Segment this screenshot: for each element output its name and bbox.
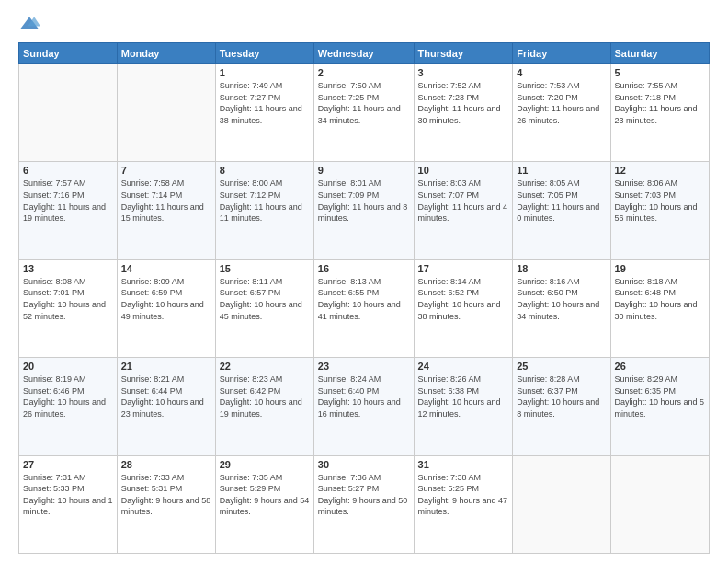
calendar-day-cell: 22Sunrise: 8:23 AMSunset: 6:42 PMDayligh… (215, 358, 313, 455)
day-number: 6 (23, 165, 113, 176)
calendar-day-cell (19, 64, 118, 162)
day-info: Sunrise: 8:05 AMSunset: 7:05 PMDaylight:… (517, 178, 606, 224)
day-number: 9 (318, 165, 410, 176)
calendar-day-cell: 9Sunrise: 8:01 AMSunset: 7:09 PMDaylight… (313, 162, 414, 259)
calendar-day-cell (117, 64, 215, 162)
day-number: 11 (517, 165, 606, 176)
day-info: Sunrise: 7:52 AMSunset: 7:23 PMDaylight:… (418, 80, 509, 126)
day-number: 17 (418, 263, 509, 274)
calendar-day-cell: 18Sunrise: 8:16 AMSunset: 6:50 PMDayligh… (513, 259, 610, 357)
calendar-day-cell: 23Sunrise: 8:24 AMSunset: 6:40 PMDayligh… (313, 358, 414, 455)
calendar-day-cell: 6Sunrise: 7:57 AMSunset: 7:16 PMDaylight… (19, 162, 118, 259)
calendar-day-cell: 3Sunrise: 7:52 AMSunset: 7:23 PMDaylight… (414, 64, 513, 162)
weekday-header: Monday (117, 43, 215, 64)
day-info: Sunrise: 8:29 AMSunset: 6:35 PMDaylight:… (615, 373, 705, 419)
logo (18, 15, 44, 33)
day-info: Sunrise: 8:13 AMSunset: 6:55 PMDaylight:… (318, 276, 410, 322)
day-number: 27 (23, 459, 113, 470)
day-number: 13 (23, 263, 113, 274)
day-number: 18 (517, 263, 606, 274)
day-number: 7 (121, 165, 211, 176)
day-info: Sunrise: 8:28 AMSunset: 6:37 PMDaylight:… (517, 373, 606, 419)
calendar-day-cell: 11Sunrise: 8:05 AMSunset: 7:05 PMDayligh… (513, 162, 610, 259)
calendar-day-cell: 31Sunrise: 7:38 AMSunset: 5:25 PMDayligh… (414, 455, 513, 553)
calendar-table: SundayMondayTuesdayWednesdayThursdayFrid… (18, 42, 710, 554)
day-number: 19 (615, 263, 705, 274)
day-info: Sunrise: 8:11 AMSunset: 6:57 PMDaylight:… (220, 276, 310, 322)
day-info: Sunrise: 8:03 AMSunset: 7:07 PMDaylight:… (418, 178, 509, 224)
day-number: 12 (615, 165, 705, 176)
weekday-header: Friday (513, 43, 610, 64)
day-number: 5 (615, 67, 705, 78)
day-info: Sunrise: 7:31 AMSunset: 5:33 PMDaylight:… (23, 472, 113, 518)
day-number: 26 (615, 361, 705, 372)
calendar-day-cell: 30Sunrise: 7:36 AMSunset: 5:27 PMDayligh… (313, 455, 414, 553)
day-info: Sunrise: 8:08 AMSunset: 7:01 PMDaylight:… (23, 276, 113, 322)
calendar-day-cell: 1Sunrise: 7:49 AMSunset: 7:27 PMDaylight… (215, 64, 313, 162)
day-number: 23 (318, 361, 410, 372)
day-number: 28 (121, 459, 211, 470)
calendar-day-cell: 12Sunrise: 8:06 AMSunset: 7:03 PMDayligh… (610, 162, 709, 259)
day-number: 31 (418, 459, 509, 470)
day-info: Sunrise: 8:21 AMSunset: 6:44 PMDaylight:… (121, 373, 211, 419)
day-number: 2 (318, 67, 410, 78)
day-number: 20 (23, 361, 113, 372)
calendar-day-cell: 28Sunrise: 7:33 AMSunset: 5:31 PMDayligh… (117, 455, 215, 553)
calendar-week-row: 20Sunrise: 8:19 AMSunset: 6:46 PMDayligh… (19, 358, 710, 455)
page: SundayMondayTuesdayWednesdayThursdayFrid… (0, 0, 728, 563)
day-info: Sunrise: 7:49 AMSunset: 7:27 PMDaylight:… (220, 80, 310, 126)
day-info: Sunrise: 8:19 AMSunset: 6:46 PMDaylight:… (23, 373, 113, 419)
day-info: Sunrise: 8:01 AMSunset: 7:09 PMDaylight:… (318, 178, 410, 224)
calendar-header-row: SundayMondayTuesdayWednesdayThursdayFrid… (19, 43, 710, 64)
calendar-day-cell: 27Sunrise: 7:31 AMSunset: 5:33 PMDayligh… (19, 455, 118, 553)
calendar-day-cell: 15Sunrise: 8:11 AMSunset: 6:57 PMDayligh… (215, 259, 313, 357)
calendar-day-cell: 2Sunrise: 7:50 AMSunset: 7:25 PMDaylight… (313, 64, 414, 162)
calendar-day-cell: 21Sunrise: 8:21 AMSunset: 6:44 PMDayligh… (117, 358, 215, 455)
calendar-day-cell: 17Sunrise: 8:14 AMSunset: 6:52 PMDayligh… (414, 259, 513, 357)
day-info: Sunrise: 7:50 AMSunset: 7:25 PMDaylight:… (318, 80, 410, 126)
weekday-header: Thursday (414, 43, 513, 64)
day-number: 22 (220, 361, 310, 372)
day-number: 21 (121, 361, 211, 372)
day-number: 25 (517, 361, 606, 372)
calendar-day-cell: 5Sunrise: 7:55 AMSunset: 7:18 PMDaylight… (610, 64, 709, 162)
day-number: 1 (220, 67, 310, 78)
day-info: Sunrise: 8:18 AMSunset: 6:48 PMDaylight:… (615, 276, 705, 322)
day-info: Sunrise: 7:36 AMSunset: 5:27 PMDaylight:… (318, 472, 410, 518)
calendar-day-cell: 16Sunrise: 8:13 AMSunset: 6:55 PMDayligh… (313, 259, 414, 357)
day-number: 29 (220, 459, 310, 470)
header (18, 15, 710, 33)
day-number: 15 (220, 263, 310, 274)
calendar-day-cell (513, 455, 610, 553)
day-info: Sunrise: 7:58 AMSunset: 7:14 PMDaylight:… (121, 178, 211, 224)
day-number: 8 (220, 165, 310, 176)
calendar-day-cell: 13Sunrise: 8:08 AMSunset: 7:01 PMDayligh… (19, 259, 118, 357)
day-number: 30 (318, 459, 410, 470)
day-info: Sunrise: 8:09 AMSunset: 6:59 PMDaylight:… (121, 276, 211, 322)
calendar-day-cell: 14Sunrise: 8:09 AMSunset: 6:59 PMDayligh… (117, 259, 215, 357)
calendar-day-cell: 25Sunrise: 8:28 AMSunset: 6:37 PMDayligh… (513, 358, 610, 455)
day-info: Sunrise: 8:26 AMSunset: 6:38 PMDaylight:… (418, 373, 509, 419)
calendar-day-cell: 8Sunrise: 8:00 AMSunset: 7:12 PMDaylight… (215, 162, 313, 259)
calendar-day-cell: 7Sunrise: 7:58 AMSunset: 7:14 PMDaylight… (117, 162, 215, 259)
day-number: 24 (418, 361, 509, 372)
calendar-day-cell: 26Sunrise: 8:29 AMSunset: 6:35 PMDayligh… (610, 358, 709, 455)
calendar-week-row: 6Sunrise: 7:57 AMSunset: 7:16 PMDaylight… (19, 162, 710, 259)
weekday-header: Wednesday (313, 43, 414, 64)
calendar-week-row: 1Sunrise: 7:49 AMSunset: 7:27 PMDaylight… (19, 64, 710, 162)
calendar-day-cell: 4Sunrise: 7:53 AMSunset: 7:20 PMDaylight… (513, 64, 610, 162)
calendar-week-row: 13Sunrise: 8:08 AMSunset: 7:01 PMDayligh… (19, 259, 710, 357)
calendar-day-cell: 20Sunrise: 8:19 AMSunset: 6:46 PMDayligh… (19, 358, 118, 455)
weekday-header: Saturday (610, 43, 709, 64)
day-info: Sunrise: 7:33 AMSunset: 5:31 PMDaylight:… (121, 472, 211, 518)
weekday-header: Tuesday (215, 43, 313, 64)
day-info: Sunrise: 8:14 AMSunset: 6:52 PMDaylight:… (418, 276, 509, 322)
day-info: Sunrise: 8:00 AMSunset: 7:12 PMDaylight:… (220, 178, 310, 224)
day-info: Sunrise: 7:53 AMSunset: 7:20 PMDaylight:… (517, 80, 606, 126)
day-number: 10 (418, 165, 509, 176)
logo-icon (18, 15, 40, 33)
weekday-header: Sunday (19, 43, 118, 64)
day-info: Sunrise: 7:57 AMSunset: 7:16 PMDaylight:… (23, 178, 113, 224)
day-info: Sunrise: 7:38 AMSunset: 5:25 PMDaylight:… (418, 472, 509, 518)
calendar-day-cell: 29Sunrise: 7:35 AMSunset: 5:29 PMDayligh… (215, 455, 313, 553)
